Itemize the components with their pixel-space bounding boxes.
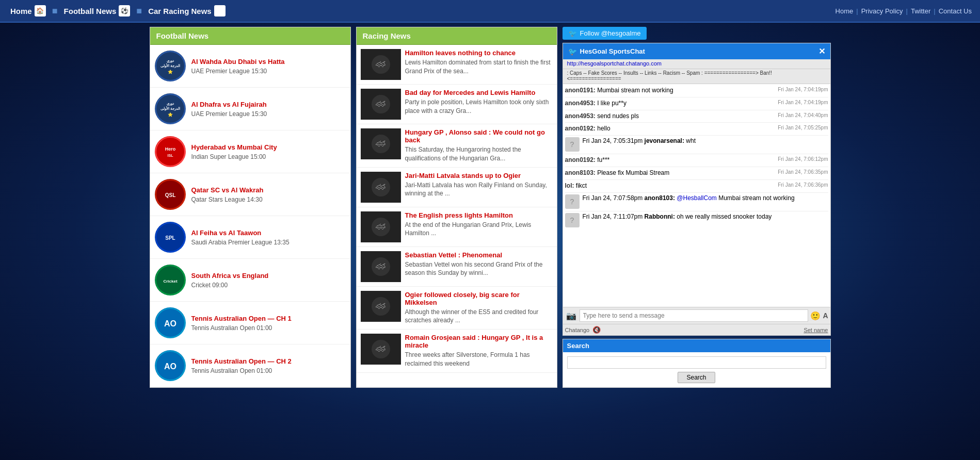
message-divider — [565, 154, 828, 154]
football-news-item[interactable]: AO Tennis Australian Open — CH 1 Tennis … — [150, 302, 350, 344]
racing-title[interactable]: Ogier followed closely, big scare for Mi… — [405, 291, 553, 306]
racing-title[interactable]: Hamilton leaves nothing to chance — [405, 49, 553, 57]
chat-header: 🐦 HesGoal SportsChat ✕ — [563, 43, 830, 59]
emoji-icon[interactable]: 🙂 — [810, 311, 821, 321]
league-logo: QSL — [155, 179, 186, 210]
racing-panel: Racing News 🏎 Hamilton leaves nothing to… — [356, 27, 557, 388]
chat-message: Fri Jan 24, 7:06:36pm lol: fikct — [565, 182, 828, 190]
racing-title[interactable]: Romain Grosjean said : Hungary GP , It i… — [405, 334, 553, 349]
football-news-item[interactable]: AO Tennis Australian Open — CH 2 Tennis … — [150, 344, 350, 387]
football-news-item[interactable]: دوري الدرجة الأولى ⭐ Al Dhafra vs Al Fuj… — [150, 88, 350, 130]
racing-news-item[interactable]: 🏎 Hamilton leaves nothing to chance Lewi… — [357, 45, 557, 85]
news-title[interactable]: Al Wahda Abu Dhabi vs Hatta — [191, 58, 346, 65]
nav-football[interactable]: Football News ⚽ — [59, 0, 136, 22]
news-title[interactable]: South Africa vs England — [191, 272, 346, 280]
twitter-follow-label: Follow @hesgoalme — [580, 29, 641, 37]
nav-link-contact[interactable]: Contact Us — [936, 7, 975, 15]
football-news-item[interactable]: QSL Qatar SC vs Al Wakrah Qatar Stars Le… — [150, 173, 350, 216]
message-timestamp: Fri Jan 24, 7:07:58pm — [583, 194, 643, 202]
message-body: Fri Jan 24, 7:11:07pm Rabbonni: oh we re… — [583, 213, 828, 227]
news-logo: Cricket — [154, 264, 186, 296]
news-title[interactable]: Al Dhafra vs Al Fujairah — [191, 101, 346, 108]
racing-content: Ogier followed closely, big scare for Mi… — [405, 291, 553, 325]
nav-link-twitter[interactable]: Twitter — [908, 7, 934, 15]
racing-title[interactable]: Hungary GP , Alonso said : We could not … — [405, 128, 553, 144]
sound-icon[interactable]: 🔇 — [592, 326, 601, 334]
racing-news-item[interactable]: 🏎 Ogier followed closely, big scare for … — [357, 287, 557, 330]
news-title[interactable]: Hyderabad vs Mumbai City — [191, 143, 346, 151]
chat-text-input[interactable] — [580, 309, 809, 322]
message-timestamp: Fri Jan 24, 7:05:25pm — [778, 124, 828, 132]
camera-icon[interactable]: 📷 — [565, 309, 577, 322]
nav-racing[interactable]: Car Racing News 🏎 — [143, 0, 231, 22]
racing-news-item[interactable]: 🏎 Romain Grosjean said : Hungary GP , It… — [357, 330, 557, 373]
racing-news-item[interactable]: 🏎 Bad day for Mercedes and Lewis Hamilto… — [357, 85, 557, 124]
football-news-item[interactable]: SPL Al Feiha vs Al Taawon Saudi Arabia P… — [150, 216, 350, 259]
news-logo: AO — [154, 307, 186, 339]
racing-news-item[interactable]: 🏎 Jari-Matti Latvala stands up to Ogier … — [357, 168, 557, 207]
message-user: anon0192: — [565, 156, 596, 163]
nav-link-privacy[interactable]: Privacy Policy — [858, 7, 906, 15]
racing-news-item[interactable]: 🏎 Hungary GP , Alonso said : We could no… — [357, 124, 557, 168]
message-divider — [565, 211, 828, 211]
message-timestamp: Fri Jan 24, 7:04:19pm — [778, 86, 828, 93]
racing-title[interactable]: Sebastian Vettel : Phenomenal — [405, 251, 553, 259]
news-title[interactable]: Qatar SC vs Al Wakrah — [191, 186, 346, 194]
news-title[interactable]: Tennis Australian Open — CH 1 — [191, 315, 346, 322]
chat-panel: 🐦 HesGoal SportsChat ✕ http://hesgoalspo… — [563, 43, 831, 336]
twitter-follow-button[interactable]: 🐦 Follow @hesgoalme — [563, 27, 647, 40]
set-name-button[interactable]: Set name — [804, 327, 828, 333]
svg-text:SPL: SPL — [165, 235, 175, 241]
chatango-label: Chatango — [565, 327, 590, 333]
chat-bottom-bar: Chatango 🔇 Set name — [563, 324, 830, 335]
chat-title: HesGoal SportsChat — [580, 47, 645, 55]
message-timestamp: Fri Jan 24, 7:06:35pm — [778, 169, 828, 176]
racing-content: Romain Grosjean said : Hungary GP , It i… — [405, 334, 553, 368]
search-button[interactable]: Search — [678, 372, 715, 383]
message-divider — [565, 122, 828, 123]
user-avatar: ? — [565, 194, 580, 209]
racing-content: Jari-Matti Latvala stands up to Ogier Ja… — [405, 172, 553, 199]
chat-close-button[interactable]: ✕ — [818, 46, 825, 56]
svg-text:🏎: 🏎 — [376, 260, 386, 271]
league-logo: Cricket — [155, 265, 186, 295]
chat-message: Fri Jan 24, 7:04:40pm anon4953: send nud… — [565, 112, 828, 121]
news-title[interactable]: Al Feiha vs Al Taawon — [191, 229, 346, 237]
message-divider — [565, 167, 828, 167]
racing-title[interactable]: The English press lights Hamilton — [405, 211, 553, 219]
svg-text:⭐: ⭐ — [168, 69, 173, 74]
football-news-item[interactable]: Hero ISL Hyderabad vs Mumbai City Indian… — [150, 130, 350, 173]
news-subtitle: Cricket 09:00 — [191, 282, 228, 289]
svg-text:AO: AO — [164, 362, 176, 371]
racing-panel-header: Racing News — [357, 27, 557, 45]
racing-title[interactable]: Jari-Matti Latvala stands up to Ogier — [405, 172, 553, 179]
league-logo: SPL — [155, 222, 186, 253]
football-header-title: Football News — [156, 31, 209, 40]
nav-link-home[interactable]: Home — [832, 7, 857, 15]
football-news-item[interactable]: Cricket South Africa vs England Cricket … — [150, 259, 350, 302]
search-input[interactable] — [567, 356, 826, 369]
format-icon[interactable]: A — [823, 311, 828, 320]
league-logo: AO — [155, 350, 186, 381]
racing-news-item[interactable]: 🏎 The English press lights Hamilton At t… — [357, 207, 557, 247]
nav-home[interactable]: Home 🏠 — [5, 0, 51, 22]
football-icon: ⚽ — [119, 5, 130, 17]
nav-sep-1: ■ — [51, 6, 59, 17]
racing-desc: This Saturday, the Hungaroring hosted th… — [405, 146, 521, 162]
racing-title[interactable]: Bad day for Mercedes and Lewis Hamilto — [405, 89, 553, 96]
message-user: anon0191: — [565, 87, 596, 94]
racing-desc: Although the winner of the ES5 and credi… — [405, 308, 539, 324]
main-container: Football News دوري الدرجة الأولى ⭐ Al Wa… — [144, 23, 836, 392]
racing-news-item[interactable]: 🏎 Sebastian Vettel : Phenomenal Sebastia… — [357, 247, 557, 287]
news-title[interactable]: Tennis Australian Open — CH 2 — [191, 357, 346, 365]
user-avatar: ? — [565, 213, 580, 227]
message-body: Fri Jan 24, 7:05:31pm jevonarsenal: wht — [583, 137, 828, 152]
league-logo: دوري الدرجة الأولى ⭐ — [155, 51, 186, 81]
football-news-item[interactable]: دوري الدرجة الأولى ⭐ Al Wahda Abu Dhabi … — [150, 45, 350, 88]
news-content: Hyderabad vs Mumbai City Indian Super Le… — [191, 143, 346, 160]
chat-input-area: 📷 🙂 A — [563, 307, 830, 324]
chat-rules: : Caps -- Fake Scores -- Insults -- Link… — [563, 69, 830, 84]
search-header-title: Search — [567, 342, 589, 350]
svg-text:🏎: 🏎 — [376, 58, 386, 69]
svg-text:دوري: دوري — [167, 59, 174, 63]
